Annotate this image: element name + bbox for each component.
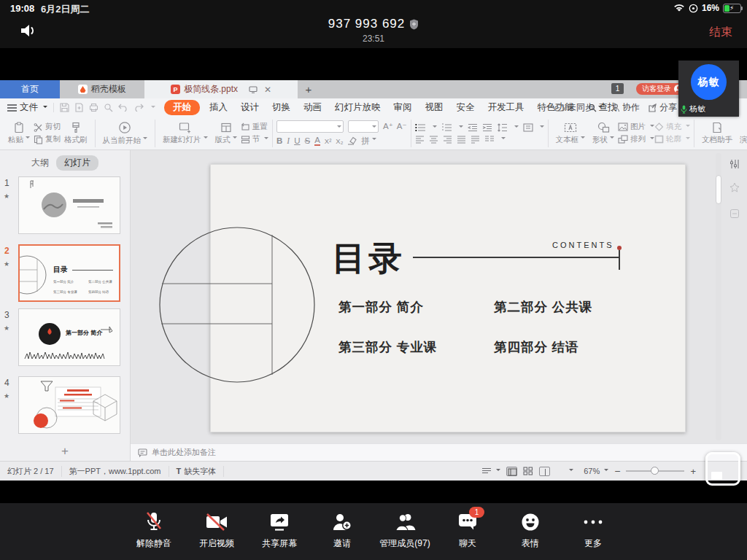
add-slide-button[interactable]: + — [0, 444, 130, 459]
layout-button[interactable]: 版式 — [212, 122, 241, 145]
textbox-button[interactable]: 文本框 — [552, 122, 589, 145]
emoji-button[interactable]: 表情 — [499, 503, 562, 560]
indent-icon[interactable] — [482, 123, 492, 132]
new-tab-button[interactable]: + — [298, 80, 320, 98]
tab-home[interactable]: 首页 — [0, 80, 60, 98]
tab-docer[interactable]: 稻壳模板 — [60, 80, 144, 98]
strikethrough-button[interactable]: S — [304, 136, 310, 145]
more-button[interactable]: 更多 — [562, 503, 624, 560]
guest-login-button[interactable]: 访客登录 — [636, 83, 685, 95]
underline-button[interactable]: U — [294, 136, 300, 145]
slide-item-3[interactable]: 第三部分 专业课 — [338, 338, 437, 356]
file-menu[interactable]: 文件 — [0, 101, 53, 114]
picture-button[interactable]: 图片 — [618, 122, 654, 132]
preview-icon[interactable] — [104, 103, 113, 112]
reading-view-button[interactable] — [539, 467, 550, 476]
align-center-icon[interactable] — [429, 136, 438, 144]
beautify-icon[interactable] — [729, 182, 740, 192]
print-icon[interactable] — [89, 103, 98, 112]
end-meeting-button[interactable]: 结束 — [709, 25, 732, 40]
play-from-current-button[interactable]: 从当前开始 — [99, 121, 152, 146]
menu-devtools[interactable]: 开发工具 — [481, 101, 531, 114]
paste-button[interactable]: 粘贴 — [4, 122, 34, 145]
clear-format-icon[interactable] — [347, 136, 357, 145]
italic-button[interactable]: I — [287, 136, 290, 145]
chat-button[interactable]: 1 聊天 — [436, 503, 499, 560]
menu-insert[interactable]: 插入 — [203, 101, 234, 114]
quick-access-caret[interactable] — [151, 106, 155, 110]
play-options-caret[interactable] — [569, 469, 573, 473]
font-name-combo[interactable] — [276, 120, 344, 133]
distribute-icon[interactable] — [471, 136, 480, 144]
menu-slideshow[interactable]: 幻灯片放映 — [328, 101, 387, 114]
menu-start[interactable]: 开始 — [164, 100, 200, 115]
unmute-button[interactable]: 解除静音 — [123, 503, 185, 560]
contents-label[interactable]: CONTENTS — [552, 241, 614, 249]
outline-button[interactable]: 轮廓 — [654, 134, 690, 144]
slide-item-4[interactable]: 第四部分 结语 — [494, 338, 579, 356]
zoom-level[interactable]: 67% — [584, 467, 608, 475]
superscript-button[interactable]: X² — [325, 137, 332, 145]
number-list-icon[interactable] — [441, 123, 452, 132]
outdent-icon[interactable] — [468, 123, 478, 132]
notes-toggle-icon[interactable] — [481, 467, 500, 475]
quick-access-icons[interactable] — [53, 103, 161, 112]
pinyin-button[interactable]: 拼 — [361, 136, 376, 147]
copy-button[interactable]: 复制 — [34, 134, 61, 144]
bold-button[interactable]: B — [276, 136, 282, 145]
undo-icon[interactable] — [118, 104, 128, 112]
text-direction-icon[interactable] — [523, 123, 533, 132]
share-screen-button[interactable]: 共享屏幕 — [248, 503, 311, 560]
object-properties-icon[interactable] — [729, 159, 740, 169]
save-icon[interactable] — [60, 103, 69, 112]
slide-title[interactable]: 目录 — [332, 236, 405, 281]
redo-icon[interactable] — [133, 104, 144, 112]
selection-pane-icon[interactable] — [729, 209, 740, 219]
doc-assistant-button[interactable]: 文档助手 — [698, 122, 736, 145]
font-size-combo[interactable] — [348, 120, 379, 133]
zoom-slider[interactable] — [626, 470, 684, 472]
fill-button[interactable]: 填充 — [654, 122, 690, 132]
arrange-button[interactable]: 排列 — [618, 134, 654, 144]
collab-button[interactable]: 协作 — [611, 101, 640, 114]
columns-icon[interactable] — [484, 136, 495, 144]
decrease-font-button[interactable]: A⁻ — [397, 121, 407, 131]
scrollbar-thumb[interactable] — [716, 175, 721, 204]
zoom-out-button[interactable]: − — [614, 465, 620, 477]
manage-members-button[interactable]: 管理成员(97) — [374, 503, 436, 560]
line-spacing-icon[interactable] — [497, 123, 508, 132]
missing-font-button[interactable]: T 缺失字体 — [169, 466, 225, 477]
sync-status-button[interactable]: 未同步 — [554, 101, 603, 114]
increase-font-button[interactable]: A⁺ — [383, 121, 393, 131]
slide-thumbnail-2-selected[interactable]: 目录 第一部分 简介 第二部分 公共课 第三部分 专业课 第四部分 结语 — [18, 244, 120, 302]
section-button[interactable]: 节 — [241, 134, 269, 144]
slide-item-1[interactable]: 第一部分 简介 — [338, 298, 424, 316]
normal-view-button[interactable] — [506, 467, 517, 476]
tab-document-active[interactable]: P 极简线条.pptx ✕ — [144, 80, 298, 98]
subscript-button[interactable]: X₂ — [336, 137, 343, 145]
zoom-in-button[interactable]: + — [690, 466, 696, 477]
menu-security[interactable]: 安全 — [450, 101, 481, 114]
output-icon[interactable] — [74, 103, 84, 112]
tab-slides[interactable]: 幻灯片 — [56, 155, 98, 171]
slide-thumbnail-3[interactable]: 第一部分 简介 — [18, 308, 120, 366]
justify-icon[interactable] — [457, 136, 466, 144]
floating-layout-button[interactable] — [705, 452, 740, 486]
invite-button[interactable]: 邀请 — [311, 503, 374, 560]
meeting-id-row[interactable]: 937 993 692 — [0, 17, 747, 31]
menu-transition[interactable]: 切换 — [266, 101, 297, 114]
zoom-slider-knob[interactable] — [651, 467, 659, 475]
start-video-button[interactable]: 开启视频 — [185, 503, 248, 560]
circle-grid-shape[interactable] — [159, 226, 317, 386]
format-painter-button[interactable]: 格式刷 — [61, 122, 91, 145]
notes-input[interactable]: 单击此处添加备注 — [131, 443, 747, 461]
slide-item-2[interactable]: 第二部分 公共课 — [494, 298, 592, 316]
reset-button[interactable]: 重置 — [241, 122, 269, 132]
cut-button[interactable]: 剪切 — [34, 122, 61, 132]
close-tab-icon[interactable]: ✕ — [264, 85, 271, 95]
participant-video-tile[interactable]: 杨敏 杨敏 — [678, 61, 739, 117]
slide-sorter-button[interactable] — [523, 467, 533, 475]
new-slide-button[interactable]: 新建幻灯片 — [159, 122, 212, 145]
align-left-icon[interactable] — [415, 136, 425, 144]
slide-thumbnail-1[interactable] — [18, 176, 120, 234]
